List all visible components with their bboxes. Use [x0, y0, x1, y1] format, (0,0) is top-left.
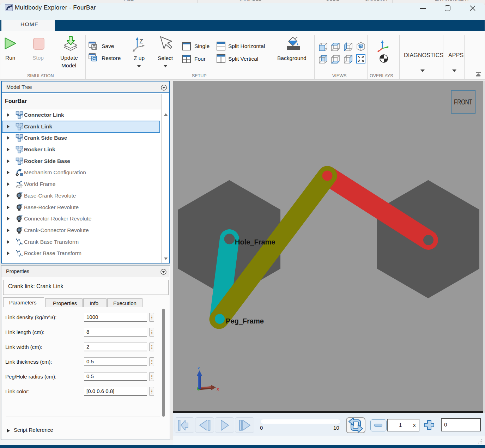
svg-text:Peg_Frame: Peg_Frame [226, 317, 264, 325]
svg-text:Hole_Frame: Hole_Frame [235, 238, 275, 246]
svg-text:FRONT: FRONT [454, 98, 472, 106]
svg-text:x: x [217, 386, 219, 392]
svg-text:Z: Z [139, 38, 143, 45]
svg-text:z: z [198, 365, 200, 370]
